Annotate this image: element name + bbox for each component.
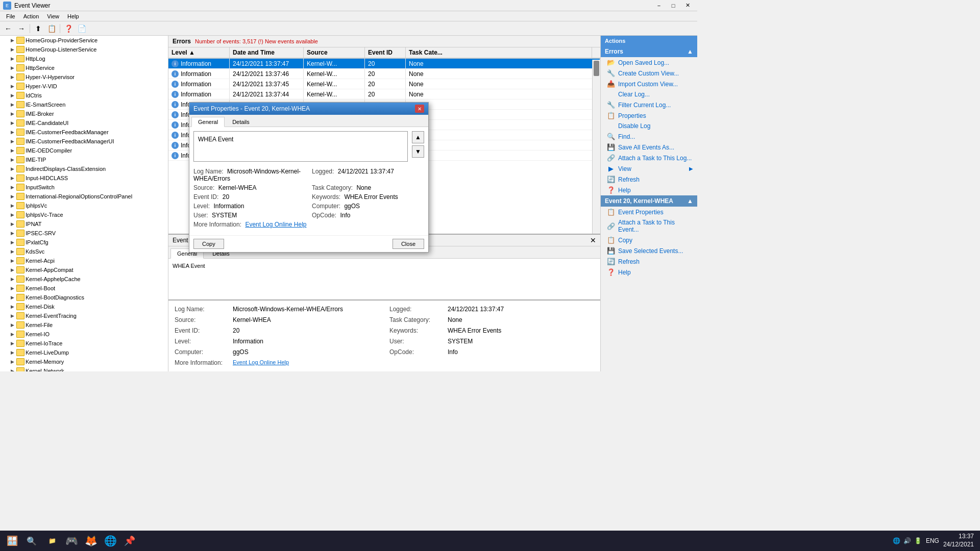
action-help-event[interactable]: ❓Help bbox=[601, 267, 697, 278]
tree-item-indirectdisplays-classextensio[interactable]: ▶IndirectDisplays-ClassExtension bbox=[0, 164, 168, 173]
tree-expand-icon[interactable]: ▶ bbox=[8, 275, 16, 283]
tree-item-kernel-memory[interactable]: ▶Kernel-Memory bbox=[0, 357, 168, 366]
action-attach-task-event[interactable]: 🔗Attach a Task to This Event... bbox=[601, 217, 697, 235]
up-button[interactable]: ⬆ bbox=[32, 23, 44, 34]
tree-expand-icon[interactable]: ▶ bbox=[8, 174, 16, 182]
tree-item-kernel-disk[interactable]: ▶Kernel-Disk bbox=[0, 302, 168, 311]
tree-expand-icon[interactable]: ▶ bbox=[8, 165, 16, 173]
menu-view[interactable]: View bbox=[43, 12, 63, 20]
export-button[interactable]: 📄 bbox=[76, 23, 88, 34]
tree-expand-icon[interactable]: ▶ bbox=[8, 128, 16, 136]
tree-item-homegroup-listenerservice[interactable]: ▶HomeGroup-ListenerService bbox=[0, 45, 168, 54]
tree-item-kernel-livedump[interactable]: ▶Kernel-LiveDump bbox=[0, 348, 168, 357]
tree-item-httplog[interactable]: ▶HttpLog bbox=[0, 54, 168, 63]
help-button[interactable]: ❓ bbox=[62, 23, 75, 34]
tree-expand-icon[interactable]: ▶ bbox=[8, 339, 16, 347]
dialog-close-bottom-btn[interactable]: Close bbox=[393, 239, 424, 249]
action-copy-event[interactable]: 📋Copy bbox=[601, 235, 697, 245]
tree-item-kernel-io[interactable]: ▶Kernel-IO bbox=[0, 330, 168, 339]
tree-expand-icon[interactable]: ▶ bbox=[8, 284, 16, 292]
tree-expand-icon[interactable]: ▶ bbox=[8, 238, 16, 246]
dialog-tab-details[interactable]: Details bbox=[226, 117, 256, 127]
menu-help[interactable]: Help bbox=[63, 12, 83, 20]
tree-expand-icon[interactable]: ▶ bbox=[8, 367, 16, 371]
back-button[interactable]: ← bbox=[2, 23, 14, 34]
tree-item-kernel-apphelpcache[interactable]: ▶Kernel-ApphelpCache bbox=[0, 274, 168, 284]
minimize-button[interactable]: − bbox=[652, 1, 666, 11]
action-properties[interactable]: 📋Properties bbox=[601, 110, 697, 121]
menu-file[interactable]: File bbox=[2, 12, 19, 20]
tree-item-hyper-v-vid[interactable]: ▶Hyper-V-VID bbox=[0, 82, 168, 91]
tree-expand-icon[interactable]: ▶ bbox=[8, 82, 16, 90]
tree-item-ime-customerfeedbackmanager[interactable]: ▶IME-CustomerFeedbackManager bbox=[0, 128, 168, 137]
tree-item-ime-oedcompiler[interactable]: ▶IME-OEDCompiler bbox=[0, 146, 168, 155]
action-clear-log[interactable]: Clear Log... bbox=[601, 89, 697, 99]
tree-item-ipsec-srv[interactable]: ▶IPSEC-SRV bbox=[0, 229, 168, 238]
tree-item-ime-tip[interactable]: ▶IME-TIP bbox=[0, 155, 168, 164]
table-row[interactable]: iInformation24/12/2021 13:37:45Kernel-W.… bbox=[168, 79, 600, 89]
tree-item-iphlpsvc[interactable]: ▶IphlpsVc bbox=[0, 201, 168, 210]
tree-item-idctris[interactable]: ▶IdCtris bbox=[0, 91, 168, 100]
table-row[interactable]: iInformation24/12/2021 13:37:44Kernel-W.… bbox=[168, 89, 600, 99]
tree-item-kernel-eventtracing[interactable]: ▶Kernel-EventTracing bbox=[0, 311, 168, 320]
tree-expand-icon[interactable]: ▶ bbox=[8, 119, 16, 127]
tree-item-kernel-appcompat[interactable]: ▶Kernel-AppCompat bbox=[0, 265, 168, 274]
tree-expand-icon[interactable]: ▶ bbox=[8, 312, 16, 320]
tree-item-kernel-file[interactable]: ▶Kernel-File bbox=[0, 320, 168, 330]
scroll-down-btn[interactable]: ▼ bbox=[412, 145, 424, 158]
action-find[interactable]: 🔍Find... bbox=[601, 131, 697, 142]
tree-item-iphlpsvc-trace[interactable]: ▶IphlpsVc-Trace bbox=[0, 210, 168, 219]
tree-item-ipxlatcfg[interactable]: ▶IPxlatCfg bbox=[0, 238, 168, 247]
tree-item-httpservice[interactable]: ▶HttpService bbox=[0, 63, 168, 72]
tree-item-ipnat[interactable]: ▶IPNAT bbox=[0, 219, 168, 229]
tree-expand-icon[interactable]: ▶ bbox=[8, 137, 16, 145]
tree-item-ime-customerfeedbackmanagerui[interactable]: ▶IME-CustomerFeedbackManagerUI bbox=[0, 137, 168, 146]
action-save-selected[interactable]: 💾Save Selected Events... bbox=[601, 245, 697, 256]
tree-expand-icon[interactable]: ▶ bbox=[8, 257, 16, 265]
tree-item-kernel-boot[interactable]: ▶Kernel-Boot bbox=[0, 284, 168, 293]
col-header-eventid[interactable]: Event ID bbox=[365, 47, 406, 58]
tree-item-kernel-network[interactable]: ▶Kernel-Network bbox=[0, 366, 168, 371]
tree-expand-icon[interactable]: ▶ bbox=[8, 220, 16, 228]
tree-expand-icon[interactable]: ▶ bbox=[8, 330, 16, 338]
action-help-errors[interactable]: ❓Help bbox=[601, 185, 697, 195]
tree-item-kdssvc[interactable]: ▶KdsSvc bbox=[0, 247, 168, 256]
tree-item-input-hidclass[interactable]: ▶Input-HIDCLASS bbox=[0, 173, 168, 183]
action-create-custom-view[interactable]: 🔧Create Custom View... bbox=[601, 68, 697, 79]
dialog-tab-general[interactable]: General bbox=[191, 117, 225, 127]
overlay-close-btn[interactable]: ✕ bbox=[590, 236, 596, 244]
tree-expand-icon[interactable]: ▶ bbox=[8, 183, 16, 191]
tree-item-kernel-iotrace[interactable]: ▶Kernel-IoTrace bbox=[0, 339, 168, 348]
tree-item-ime-broker[interactable]: ▶IME-Broker bbox=[0, 109, 168, 118]
tree-expand-icon[interactable]: ▶ bbox=[8, 146, 16, 155]
action-refresh-errors[interactable]: 🔄Refresh bbox=[601, 174, 697, 185]
tree-expand-icon[interactable]: ▶ bbox=[8, 156, 16, 164]
tree-item-ie-smartscreen[interactable]: ▶IE-SmartScreen bbox=[0, 100, 168, 109]
tree-item-international-regionaloptionsc[interactable]: ▶International-RegionalOptionsControlPan… bbox=[0, 192, 168, 201]
tree-expand-icon[interactable]: ▶ bbox=[8, 36, 16, 44]
tree-item-ime-candidateui[interactable]: ▶IME-CandidateUI bbox=[0, 118, 168, 128]
col-header-datetime[interactable]: Date and Time bbox=[230, 47, 304, 58]
scroll-up-btn[interactable]: ▲ bbox=[412, 131, 424, 143]
tree-item-kernel-bootdiagnostics[interactable]: ▶Kernel-BootDiagnostics bbox=[0, 293, 168, 302]
tree-expand-icon[interactable]: ▶ bbox=[8, 211, 16, 219]
tree-expand-icon[interactable]: ▶ bbox=[8, 358, 16, 366]
dialog-close-btn[interactable]: ✕ bbox=[415, 105, 424, 113]
action-filter-log[interactable]: 🔧Filter Current Log... bbox=[601, 99, 697, 110]
maximize-button[interactable]: □ bbox=[667, 1, 680, 11]
col-header-source[interactable]: Source bbox=[304, 47, 365, 58]
tree-expand-icon[interactable]: ▶ bbox=[8, 321, 16, 329]
forward-button[interactable]: → bbox=[15, 23, 28, 34]
tree-expand-icon[interactable]: ▶ bbox=[8, 110, 16, 118]
tree-expand-icon[interactable]: ▶ bbox=[8, 229, 16, 237]
action-open-saved-log[interactable]: 📂Open Saved Log... bbox=[601, 57, 697, 68]
actions-section-errors[interactable]: Errors ▲ bbox=[601, 46, 697, 57]
dialog-link-moreinfo[interactable]: Event Log Online Help bbox=[245, 221, 306, 228]
table-row[interactable]: iInformation24/12/2021 13:37:46Kernel-W.… bbox=[168, 69, 600, 79]
actions-section-event[interactable]: Event 20, Kernel-WHEA ▲ bbox=[601, 195, 697, 207]
copy-button[interactable]: 📋 bbox=[45, 23, 58, 34]
action-view[interactable]: ▶View ▶ bbox=[601, 163, 697, 174]
tree-expand-icon[interactable]: ▶ bbox=[8, 303, 16, 311]
tree-item-kernel-acpi[interactable]: ▶Kernel-Acpi bbox=[0, 256, 168, 265]
tree-expand-icon[interactable]: ▶ bbox=[8, 91, 16, 99]
